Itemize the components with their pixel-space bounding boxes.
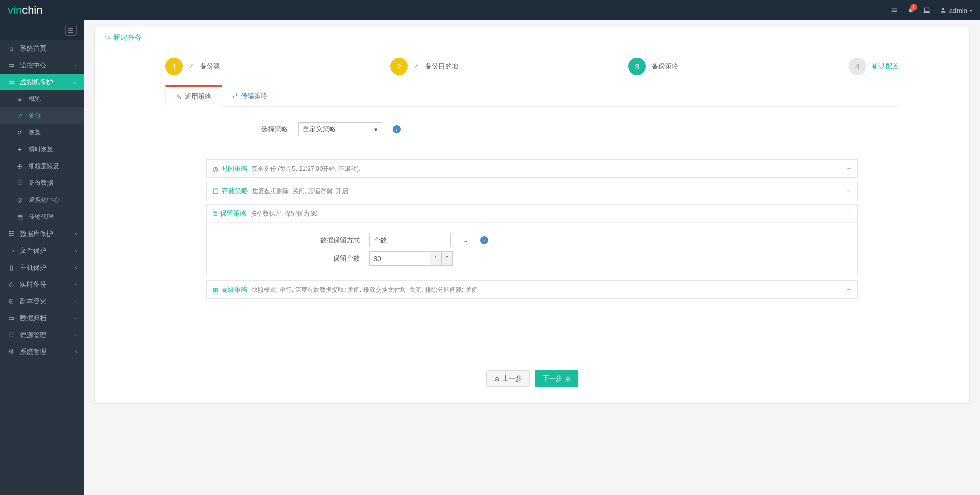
spin-up-button[interactable]: ˄ xyxy=(430,251,442,266)
info-icon[interactable]: i xyxy=(393,125,401,133)
display-icon: ▭ xyxy=(8,78,15,86)
retain-mode-select[interactable]: 个数 xyxy=(369,233,451,247)
topbar-monitor-icon[interactable] xyxy=(923,7,930,14)
expand-icon: + xyxy=(847,285,851,294)
nav-system[interactable]: ⚙系统管理‹ xyxy=(0,343,84,360)
sidebar: ☰ ⌂系统首页 ▭监控中心‹ ▭虚拟机保护⌄ ≡概览 ↗备份 ↺恢复 ✦瞬时恢复… xyxy=(0,20,84,495)
brand-logo: vinchin xyxy=(8,4,42,17)
topbar: vinchin 1 admin ▾ xyxy=(0,0,980,20)
target-icon: ◎ xyxy=(16,197,23,204)
expand-icon: + xyxy=(847,186,851,196)
chart-icon: ☷ xyxy=(8,331,15,339)
disk-icon: ☐ xyxy=(213,187,219,195)
nav-archive[interactable]: ▭数据归档‹ xyxy=(0,310,84,326)
nav-backup-data[interactable]: ☲备份数据 xyxy=(0,175,84,192)
sidebar-toggle[interactable]: ☰ xyxy=(0,20,84,40)
share-icon: ↗ xyxy=(16,112,23,120)
next-button[interactable]: 下一步 ⊕ xyxy=(535,370,578,387)
topbar-user-menu[interactable]: admin ▾ xyxy=(940,7,972,14)
caret-down-icon: ▾ xyxy=(374,126,378,133)
shield-icon: ◇ xyxy=(8,280,15,288)
home-icon: ⌂ xyxy=(8,44,15,52)
db-icon: ☲ xyxy=(16,180,23,187)
accordion-retain-strategy: ⧉保留策略 按个数保留, 保留值为 30 — 数据保留方式 个数 ⌄ i xyxy=(206,204,858,276)
spin-down-button[interactable]: ˅ xyxy=(442,251,453,266)
nav-instant-restore[interactable]: ✦瞬时恢复 xyxy=(0,141,84,158)
step-1[interactable]: 1 ✓ 备份源 xyxy=(165,58,220,75)
hamburger-icon: ☰ xyxy=(65,25,77,36)
nav-monitor[interactable]: ▭监控中心‹ xyxy=(0,57,84,74)
nav-host-protect[interactable]: ▯主机保护‹ xyxy=(0,259,84,276)
retain-mode-label: 数据保留方式 xyxy=(258,236,360,245)
transfer-icon: ⇄ xyxy=(232,92,238,100)
copy-icon: ⎘ xyxy=(8,297,15,305)
info-icon[interactable]: i xyxy=(480,236,488,244)
monitor-icon: ▭ xyxy=(8,61,15,69)
list-icon: ≡ xyxy=(16,96,23,103)
check-icon: ✓ xyxy=(189,63,194,70)
accordion-head-time[interactable]: ◷时间策略 完全备份 (每周5, 21:27:00开始, 不滚动). + xyxy=(207,160,857,177)
wizard-steps: 1 ✓ 备份源 2 ✓ 备份目的地 3 备份策略 4 xyxy=(104,48,960,85)
prev-button[interactable]: ⊕ 上一步 xyxy=(486,370,530,387)
nav-home[interactable]: ⌂系统首页 xyxy=(0,40,84,57)
notification-badge: 1 xyxy=(910,4,917,11)
nav-granular-restore[interactable]: ✣细粒度恢复 xyxy=(0,158,84,175)
grid-icon: ⊞ xyxy=(213,286,218,294)
accordion-time-strategy: ◷时间策略 完全备份 (每周5, 21:27:00开始, 不滚动). + xyxy=(206,159,858,178)
nav-resources[interactable]: ☷资源管理‹ xyxy=(0,326,84,343)
step-3[interactable]: 3 备份策略 xyxy=(628,58,678,75)
select-strategy-label: 选择策略 xyxy=(206,125,288,134)
accordion-storage-strategy: ☐存储策略 重复数据删除: 关闭, 压缩存储: 开启 + xyxy=(206,182,858,200)
strategy-dropdown[interactable]: 自定义策略 ▾ xyxy=(298,122,382,136)
accordion-advanced-strategy: ⊞高级策略 快照模式: 串行, 深度有效数据提取: 关闭, 排除交换文件块: 关… xyxy=(206,280,858,299)
step-4[interactable]: 4 确认配置 xyxy=(849,58,899,75)
user-name: admin xyxy=(949,7,967,14)
retain-mode-caret[interactable]: ⌄ xyxy=(460,233,471,247)
nav-restore[interactable]: ↺恢复 xyxy=(0,124,84,141)
file-icon: ▭ xyxy=(8,247,15,254)
nav-overview[interactable]: ≡概览 xyxy=(0,90,84,107)
accordion-head-advanced[interactable]: ⊞高级策略 快照模式: 串行, 深度有效数据提取: 关闭, 排除交换文件块: 关… xyxy=(207,281,857,298)
page-title: 新建任务 xyxy=(113,33,142,42)
nav-file-protect[interactable]: ▭文件保护‹ xyxy=(0,242,84,259)
retain-count-input[interactable]: 30 xyxy=(369,251,406,266)
settings-icon: ⚙ xyxy=(8,348,15,356)
topbar-bell-icon[interactable]: 1 xyxy=(907,7,914,14)
tab-general-strategy[interactable]: ✎ 通用策略 xyxy=(165,85,222,107)
nav-transfer-agent[interactable]: ▤传输代理 xyxy=(0,208,84,225)
main-panel: ↪ 新建任务 1 ✓ 备份源 2 ✓ 备份目的地 3 xyxy=(94,27,970,404)
archive-icon: ▭ xyxy=(8,314,15,322)
agent-icon: ▤ xyxy=(16,214,23,221)
nav-db-protect[interactable]: ☷数据库保护‹ xyxy=(0,225,84,242)
host-icon: ▯ xyxy=(8,264,15,271)
expand-icon: + xyxy=(847,164,851,173)
nav-virt-center[interactable]: ◎虚拟化中心 xyxy=(0,192,84,208)
gear-icon: ✣ xyxy=(16,163,23,170)
share-arrow-icon: ↪ xyxy=(104,34,110,42)
accordion-head-storage[interactable]: ☐存储策略 重复数据删除: 关闭, 压缩存储: 开启 + xyxy=(207,182,857,200)
nav-realtime-backup[interactable]: ◇实时备份‹ xyxy=(0,276,84,293)
arrow-right-icon: ⊕ xyxy=(565,375,571,383)
step-2[interactable]: 2 ✓ 备份目的地 xyxy=(390,58,458,75)
pencil-icon: ✎ xyxy=(176,93,182,101)
tab-transfer-strategy[interactable]: ⇄ 传输策略 xyxy=(222,85,278,106)
flash-icon: ✦ xyxy=(16,146,23,153)
topbar-list-icon[interactable] xyxy=(891,7,898,14)
database-icon: ☷ xyxy=(8,230,15,238)
accordion-head-retain[interactable]: ⧉保留策略 按个数保留, 保留值为 30 — xyxy=(207,205,857,222)
nav-backup[interactable]: ↗备份 xyxy=(0,107,84,124)
restore-icon: ↺ xyxy=(16,129,23,136)
retain-count-label: 保留个数 xyxy=(258,254,360,263)
clock-icon: ◷ xyxy=(213,165,218,173)
nav-replica-dr[interactable]: ⎘副本容灾‹ xyxy=(0,293,84,310)
collapse-icon: — xyxy=(843,209,851,218)
retain-icon: ⧉ xyxy=(213,209,217,218)
check-icon: ✓ xyxy=(414,63,419,70)
arrow-left-icon: ⊕ xyxy=(494,375,500,383)
nav-vm-protect[interactable]: ▭虚拟机保护⌄ xyxy=(0,74,84,90)
